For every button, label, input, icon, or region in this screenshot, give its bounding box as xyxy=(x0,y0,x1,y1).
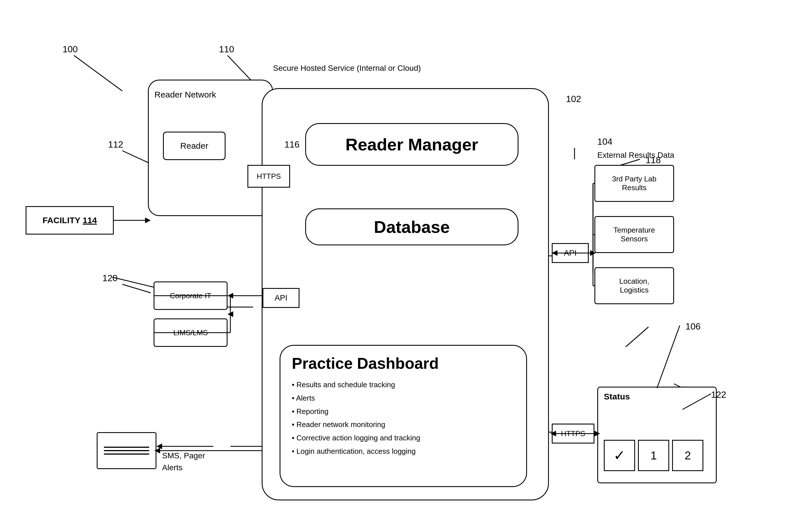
svg-marker-14 xyxy=(145,217,151,223)
ref-110: 110 xyxy=(219,44,234,55)
svg-line-6 xyxy=(122,284,151,293)
cloud-container: Reader Manager Database API Practice Das… xyxy=(262,88,549,500)
reader-network-label: Reader Network xyxy=(154,90,216,99)
https-label-1: HTTPS xyxy=(257,172,281,181)
svg-marker-26 xyxy=(156,444,162,449)
facility-box: FACILITY 114 xyxy=(26,206,114,235)
https-box-1: HTTPS xyxy=(248,165,290,188)
ref-122: 122 xyxy=(711,390,726,400)
practice-dashboard-title: Practice Dashboard xyxy=(292,354,439,372)
reader-network-box: Reader Network Reader xyxy=(148,80,273,216)
location-logistics-box: Location, Logistics xyxy=(594,267,674,304)
status-panel: Status ✓ 1 2 xyxy=(597,387,717,483)
ref-100: 100 xyxy=(62,44,78,55)
api-box-right: API xyxy=(552,243,589,263)
external-results-label: External Results Data xyxy=(597,151,674,160)
svg-line-1 xyxy=(228,55,253,82)
sms-device xyxy=(97,432,156,469)
status-cell-1: 1 xyxy=(638,440,669,471)
corporate-it-label: Corporate IT xyxy=(170,291,211,300)
ref-102: 102 xyxy=(566,94,581,104)
diagram-container: 100 110 Reader Network Reader 112 FACILI… xyxy=(0,0,812,520)
database-box: Database xyxy=(305,208,518,245)
status-cell-check: ✓ xyxy=(604,440,635,471)
location-logistics-label: Location, Logistics xyxy=(619,277,649,294)
reader-manager-label: Reader Manager xyxy=(346,135,478,154)
svg-line-0 xyxy=(74,55,122,91)
practice-dashboard-box: Practice Dashboard • Results and schedul… xyxy=(280,345,527,487)
ref-120: 120 xyxy=(102,273,118,283)
status-cell-2: 2 xyxy=(672,440,703,471)
https-box-2: HTTPS xyxy=(552,424,594,444)
ref-106: 106 xyxy=(685,321,701,332)
feature-list: • Results and schedule tracking • Alerts… xyxy=(292,378,439,458)
temp-sensors-box: Temperature Sensors xyxy=(594,216,674,253)
database-label: Database xyxy=(374,217,450,237)
svg-line-7 xyxy=(626,327,649,347)
reader-inner-box: Reader xyxy=(163,132,226,160)
ref-116: 116 xyxy=(284,139,300,150)
ref-112: 112 xyxy=(108,139,123,150)
reader-label: Reader xyxy=(180,141,208,151)
corporate-it-box: Corporate IT xyxy=(154,282,228,310)
third-party-box: 3rd Party Lab Results xyxy=(594,165,674,202)
sms-pager-label: SMS, Pager Alerts xyxy=(162,438,205,474)
svg-line-49 xyxy=(112,277,154,287)
api-label-2: API xyxy=(564,249,577,258)
facility-label: FACILITY 114 xyxy=(42,215,97,225)
svg-line-50 xyxy=(657,326,680,388)
svg-marker-48 xyxy=(228,311,233,317)
secure-hosted-service: Secure Hosted Service (Internal or Cloud… xyxy=(273,62,421,74)
lims-lms-label: LIMS/LMS xyxy=(173,328,208,337)
reader-manager-box: Reader Manager xyxy=(305,123,518,166)
ref-104: 104 xyxy=(597,136,612,147)
api-box-left: API xyxy=(262,288,300,308)
third-party-label: 3rd Party Lab Results xyxy=(612,175,656,192)
ref-118: 118 xyxy=(645,155,661,165)
svg-marker-44 xyxy=(228,293,233,298)
api-label-1: API xyxy=(275,293,287,303)
https-label-2: HTTPS xyxy=(561,429,585,438)
status-label: Status xyxy=(604,392,630,401)
temp-sensors-label: Temperature Sensors xyxy=(613,226,655,243)
lims-lms-box: LIMS/LMS xyxy=(154,318,228,347)
